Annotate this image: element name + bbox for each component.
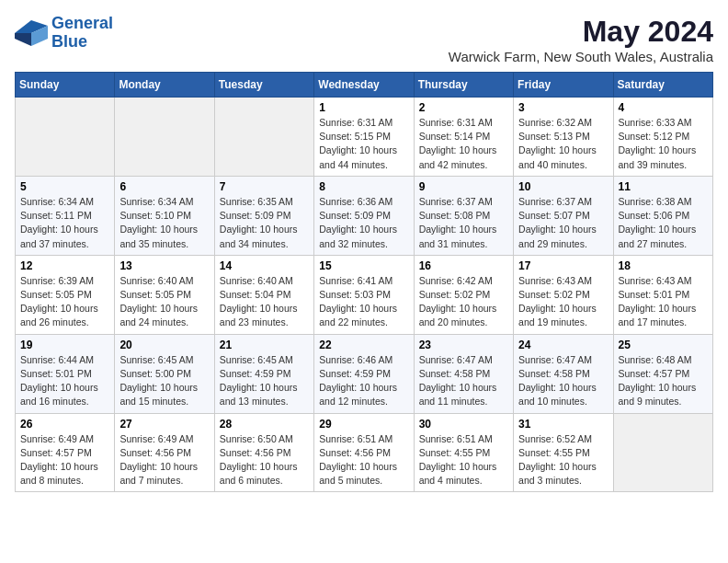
day-number: 2 bbox=[419, 101, 508, 114]
calendar-cell: 8Sunrise: 6:36 AM Sunset: 5:09 PM Daylig… bbox=[314, 176, 414, 255]
calendar-table: SundayMondayTuesdayWednesdayThursdayFrid… bbox=[15, 72, 713, 492]
day-info: Sunrise: 6:46 AM Sunset: 4:59 PM Dayligh… bbox=[319, 353, 408, 409]
calendar-cell: 1Sunrise: 6:31 AM Sunset: 5:15 PM Daylig… bbox=[314, 98, 414, 177]
weekday-header: Wednesday bbox=[314, 73, 414, 98]
day-info: Sunrise: 6:47 AM Sunset: 4:58 PM Dayligh… bbox=[419, 353, 508, 409]
month-title: May 2024 bbox=[449, 15, 713, 49]
day-number: 11 bbox=[619, 180, 708, 193]
day-info: Sunrise: 6:49 AM Sunset: 4:57 PM Dayligh… bbox=[20, 432, 109, 488]
day-number: 4 bbox=[619, 101, 708, 114]
calendar-cell: 24Sunrise: 6:47 AM Sunset: 4:58 PM Dayli… bbox=[514, 334, 613, 413]
day-info: Sunrise: 6:47 AM Sunset: 4:58 PM Dayligh… bbox=[518, 353, 608, 409]
day-number: 28 bbox=[220, 418, 309, 431]
day-number: 25 bbox=[619, 339, 708, 351]
day-info: Sunrise: 6:35 AM Sunset: 5:09 PM Dayligh… bbox=[220, 195, 309, 251]
calendar-cell: 23Sunrise: 6:47 AM Sunset: 4:58 PM Dayli… bbox=[414, 334, 513, 413]
day-number: 12 bbox=[20, 259, 109, 272]
day-number: 14 bbox=[220, 259, 309, 272]
day-info: Sunrise: 6:34 AM Sunset: 5:11 PM Dayligh… bbox=[20, 195, 109, 251]
logo-icon bbox=[15, 20, 48, 46]
calendar-cell bbox=[115, 98, 214, 177]
day-number: 18 bbox=[619, 259, 708, 272]
calendar-cell: 30Sunrise: 6:51 AM Sunset: 4:55 PM Dayli… bbox=[414, 413, 513, 492]
day-number: 27 bbox=[119, 418, 209, 431]
calendar-week-row: 5Sunrise: 6:34 AM Sunset: 5:11 PM Daylig… bbox=[16, 176, 713, 255]
weekday-header: Friday bbox=[514, 73, 613, 98]
calendar-cell: 17Sunrise: 6:43 AM Sunset: 5:02 PM Dayli… bbox=[514, 255, 613, 334]
day-info: Sunrise: 6:50 AM Sunset: 4:56 PM Dayligh… bbox=[220, 432, 309, 488]
logo-text: General Blue bbox=[51, 15, 113, 52]
calendar-cell: 15Sunrise: 6:41 AM Sunset: 5:03 PM Dayli… bbox=[314, 255, 414, 334]
day-number: 6 bbox=[119, 180, 209, 193]
calendar-cell: 14Sunrise: 6:40 AM Sunset: 5:04 PM Dayli… bbox=[214, 255, 313, 334]
weekday-header: Tuesday bbox=[214, 73, 313, 98]
day-info: Sunrise: 6:51 AM Sunset: 4:55 PM Dayligh… bbox=[419, 432, 508, 488]
calendar-cell: 12Sunrise: 6:39 AM Sunset: 5:05 PM Dayli… bbox=[16, 255, 115, 334]
calendar-cell: 9Sunrise: 6:37 AM Sunset: 5:08 PM Daylig… bbox=[414, 176, 513, 255]
calendar-cell: 29Sunrise: 6:51 AM Sunset: 4:56 PM Dayli… bbox=[314, 413, 414, 492]
calendar-cell: 6Sunrise: 6:34 AM Sunset: 5:10 PM Daylig… bbox=[115, 176, 214, 255]
calendar-cell: 25Sunrise: 6:48 AM Sunset: 4:57 PM Dayli… bbox=[613, 334, 712, 413]
day-number: 30 bbox=[419, 418, 508, 431]
day-info: Sunrise: 6:51 AM Sunset: 4:56 PM Dayligh… bbox=[319, 432, 408, 488]
calendar-cell: 7Sunrise: 6:35 AM Sunset: 5:09 PM Daylig… bbox=[214, 176, 313, 255]
day-info: Sunrise: 6:49 AM Sunset: 4:56 PM Dayligh… bbox=[119, 432, 209, 488]
day-number: 22 bbox=[319, 339, 408, 351]
day-number: 16 bbox=[419, 259, 508, 272]
day-number: 23 bbox=[419, 339, 508, 351]
calendar-cell: 16Sunrise: 6:42 AM Sunset: 5:02 PM Dayli… bbox=[414, 255, 513, 334]
day-number: 7 bbox=[220, 180, 309, 193]
day-info: Sunrise: 6:31 AM Sunset: 5:15 PM Dayligh… bbox=[319, 116, 408, 172]
calendar-cell: 2Sunrise: 6:31 AM Sunset: 5:14 PM Daylig… bbox=[414, 98, 513, 177]
weekday-header: Saturday bbox=[613, 73, 712, 98]
calendar-cell: 28Sunrise: 6:50 AM Sunset: 4:56 PM Dayli… bbox=[214, 413, 313, 492]
svg-marker-2 bbox=[15, 33, 31, 46]
day-info: Sunrise: 6:40 AM Sunset: 5:05 PM Dayligh… bbox=[119, 274, 209, 330]
calendar-week-row: 19Sunrise: 6:44 AM Sunset: 5:01 PM Dayli… bbox=[16, 334, 713, 413]
day-number: 26 bbox=[20, 418, 109, 431]
calendar-cell: 26Sunrise: 6:49 AM Sunset: 4:57 PM Dayli… bbox=[16, 413, 115, 492]
day-number: 24 bbox=[518, 339, 608, 351]
calendar-week-row: 1Sunrise: 6:31 AM Sunset: 5:15 PM Daylig… bbox=[16, 98, 713, 177]
day-number: 13 bbox=[119, 259, 209, 272]
title-block: May 2024 Warwick Farm, New South Wales, … bbox=[449, 15, 713, 64]
day-number: 17 bbox=[518, 259, 608, 272]
day-info: Sunrise: 6:36 AM Sunset: 5:09 PM Dayligh… bbox=[319, 195, 408, 251]
calendar-week-row: 12Sunrise: 6:39 AM Sunset: 5:05 PM Dayli… bbox=[16, 255, 713, 334]
day-number: 29 bbox=[319, 418, 408, 431]
day-number: 9 bbox=[419, 180, 508, 193]
day-info: Sunrise: 6:33 AM Sunset: 5:12 PM Dayligh… bbox=[619, 116, 708, 172]
weekday-header: Monday bbox=[115, 73, 214, 98]
calendar-week-row: 26Sunrise: 6:49 AM Sunset: 4:57 PM Dayli… bbox=[16, 413, 713, 492]
weekday-header-row: SundayMondayTuesdayWednesdayThursdayFrid… bbox=[16, 73, 713, 98]
calendar-cell: 4Sunrise: 6:33 AM Sunset: 5:12 PM Daylig… bbox=[613, 98, 712, 177]
day-info: Sunrise: 6:38 AM Sunset: 5:06 PM Dayligh… bbox=[619, 195, 708, 251]
calendar-cell: 3Sunrise: 6:32 AM Sunset: 5:13 PM Daylig… bbox=[514, 98, 613, 177]
day-info: Sunrise: 6:43 AM Sunset: 5:02 PM Dayligh… bbox=[518, 274, 608, 330]
day-info: Sunrise: 6:44 AM Sunset: 5:01 PM Dayligh… bbox=[20, 353, 109, 409]
day-info: Sunrise: 6:48 AM Sunset: 4:57 PM Dayligh… bbox=[619, 353, 708, 409]
day-info: Sunrise: 6:32 AM Sunset: 5:13 PM Dayligh… bbox=[518, 116, 608, 172]
calendar-cell bbox=[613, 413, 712, 492]
day-number: 19 bbox=[20, 339, 109, 351]
weekday-header: Thursday bbox=[414, 73, 513, 98]
calendar-cell: 21Sunrise: 6:45 AM Sunset: 4:59 PM Dayli… bbox=[214, 334, 313, 413]
weekday-header: Sunday bbox=[16, 73, 115, 98]
calendar-cell: 5Sunrise: 6:34 AM Sunset: 5:11 PM Daylig… bbox=[16, 176, 115, 255]
day-info: Sunrise: 6:34 AM Sunset: 5:10 PM Dayligh… bbox=[119, 195, 209, 251]
calendar-cell: 20Sunrise: 6:45 AM Sunset: 5:00 PM Dayli… bbox=[115, 334, 214, 413]
day-info: Sunrise: 6:43 AM Sunset: 5:01 PM Dayligh… bbox=[619, 274, 708, 330]
day-info: Sunrise: 6:45 AM Sunset: 5:00 PM Dayligh… bbox=[119, 353, 209, 409]
calendar-cell: 22Sunrise: 6:46 AM Sunset: 4:59 PM Dayli… bbox=[314, 334, 414, 413]
day-number: 3 bbox=[518, 101, 608, 114]
day-info: Sunrise: 6:40 AM Sunset: 5:04 PM Dayligh… bbox=[220, 274, 309, 330]
day-number: 10 bbox=[518, 180, 608, 193]
calendar-cell: 13Sunrise: 6:40 AM Sunset: 5:05 PM Dayli… bbox=[115, 255, 214, 334]
calendar-cell: 31Sunrise: 6:52 AM Sunset: 4:55 PM Dayli… bbox=[514, 413, 613, 492]
day-info: Sunrise: 6:45 AM Sunset: 4:59 PM Dayligh… bbox=[220, 353, 309, 409]
calendar-cell bbox=[214, 98, 313, 177]
calendar-cell: 11Sunrise: 6:38 AM Sunset: 5:06 PM Dayli… bbox=[613, 176, 712, 255]
day-number: 21 bbox=[220, 339, 309, 351]
calendar-cell: 19Sunrise: 6:44 AM Sunset: 5:01 PM Dayli… bbox=[16, 334, 115, 413]
day-info: Sunrise: 6:42 AM Sunset: 5:02 PM Dayligh… bbox=[419, 274, 508, 330]
